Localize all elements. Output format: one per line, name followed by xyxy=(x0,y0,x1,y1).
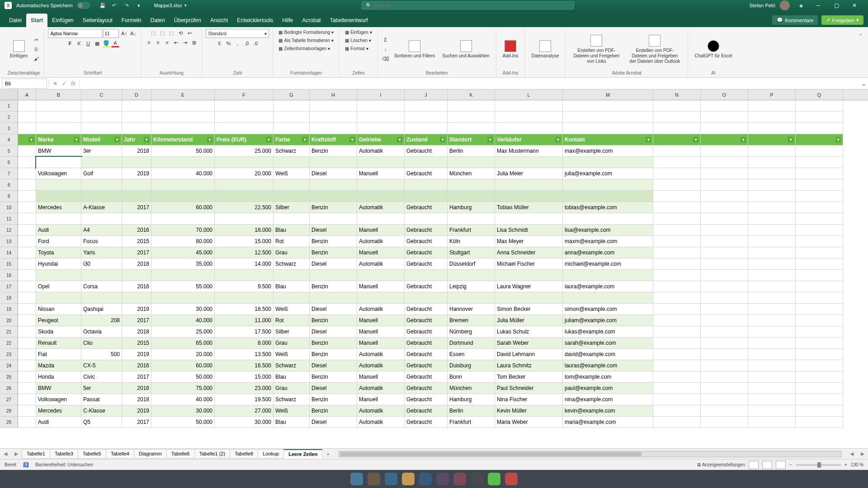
cell[interactable]: 27.000 xyxy=(215,405,274,417)
cell[interactable] xyxy=(215,270,274,281)
cell[interactable]: 22.500 xyxy=(215,202,274,213)
cell[interactable] xyxy=(796,326,843,338)
cell[interactable] xyxy=(701,123,748,134)
cell[interactable] xyxy=(357,179,405,191)
orientation-button[interactable]: ⟲ xyxy=(176,29,184,37)
pdf-share-outlook-button[interactable]: Erstellen von PDF-Dateien und Freigeben … xyxy=(625,33,684,66)
diamond-icon[interactable]: ◈ xyxy=(799,3,807,9)
cell[interactable] xyxy=(748,100,796,112)
align-middle-button[interactable]: ⬚ xyxy=(158,29,166,37)
display-settings-button[interactable]: 🖥 Anzeigeeinstellungen xyxy=(697,462,745,467)
cell[interactable] xyxy=(36,157,81,168)
cell[interactable]: 2015 xyxy=(122,338,151,349)
row-header[interactable]: 6 xyxy=(0,157,18,168)
cell[interactable]: anna@example.com xyxy=(563,247,653,258)
cell[interactable]: Berlin xyxy=(448,145,495,157)
cell[interactable]: Skoda xyxy=(36,326,81,338)
cell[interactable]: 65.000 xyxy=(151,338,215,349)
cell[interactable] xyxy=(748,405,796,417)
cell[interactable] xyxy=(310,123,357,134)
cell[interactable] xyxy=(18,315,36,326)
currency-button[interactable]: € xyxy=(215,39,223,47)
cell[interactable] xyxy=(151,191,215,202)
format-painter-button[interactable]: 🖌 xyxy=(32,55,40,63)
cell[interactable] xyxy=(796,134,843,145)
cell[interactable]: Diesel xyxy=(310,304,357,315)
cell[interactable] xyxy=(151,292,215,304)
cell[interactable] xyxy=(653,304,701,315)
cell[interactable] xyxy=(653,371,701,383)
cell[interactable]: Silber xyxy=(274,202,310,213)
page-break-view-button[interactable] xyxy=(776,461,786,469)
cell[interactable]: 2019 xyxy=(122,304,151,315)
cell[interactable] xyxy=(653,225,701,236)
cell[interactable]: 2016 xyxy=(122,225,151,236)
cell[interactable]: Manuell xyxy=(357,281,405,292)
row-header[interactable]: 17 xyxy=(0,281,18,292)
cell[interactable] xyxy=(748,258,796,270)
cell[interactable]: 2017 xyxy=(122,315,151,326)
cell[interactable]: i30 xyxy=(81,258,122,270)
find-select-button[interactable]: Suchen und Auswählen xyxy=(439,38,492,61)
cell[interactable] xyxy=(495,157,563,168)
cell[interactable] xyxy=(18,123,36,134)
cell[interactable]: CX-5 xyxy=(81,360,122,371)
cell[interactable] xyxy=(18,134,36,145)
cell[interactable]: 2017 xyxy=(122,247,151,258)
cell[interactable] xyxy=(701,394,748,405)
cell[interactable] xyxy=(701,270,748,281)
cell[interactable]: Audi xyxy=(36,417,81,428)
cell[interactable]: 45.000 xyxy=(151,247,215,258)
cell[interactable]: Gebraucht xyxy=(405,349,448,360)
cell[interactable]: laura@example.com xyxy=(563,281,653,292)
cell[interactable]: Civic xyxy=(81,371,122,383)
table-header-cell[interactable]: Getriebe xyxy=(357,134,405,145)
cell[interactable] xyxy=(563,179,653,191)
cell[interactable] xyxy=(748,236,796,247)
spreadsheet-grid[interactable]: A B C D E F G H I J K L M N O P Q 1234Ma… xyxy=(0,89,868,448)
cell[interactable] xyxy=(357,270,405,281)
cell[interactable]: Manuell xyxy=(357,338,405,349)
table-header-cell[interactable]: Standort xyxy=(448,134,495,145)
cell[interactable] xyxy=(495,100,563,112)
cell[interactable]: Diesel xyxy=(310,383,357,394)
formula-input[interactable] xyxy=(80,81,859,86)
ribbon-tab-acrobat[interactable]: Acrobat xyxy=(297,14,325,27)
cell[interactable] xyxy=(748,360,796,371)
cell[interactable]: Hannover xyxy=(448,304,495,315)
cell[interactable]: Audi xyxy=(36,225,81,236)
cell[interactable]: Weiß xyxy=(274,349,310,360)
cell[interactable]: Silber xyxy=(274,326,310,338)
cell[interactable] xyxy=(18,360,36,371)
share-button[interactable]: ↗Freigeben▾ xyxy=(821,15,863,25)
undo-icon[interactable]: ↶ xyxy=(112,3,119,9)
cell[interactable]: Kevin Müller xyxy=(495,405,563,417)
cell[interactable] xyxy=(405,123,448,134)
taskbar-icon[interactable] xyxy=(453,473,466,485)
cell[interactable] xyxy=(215,179,274,191)
taskbar-icon[interactable] xyxy=(385,473,397,485)
cell[interactable]: Volkswagen xyxy=(36,168,81,179)
cell[interactable] xyxy=(796,100,843,112)
cell[interactable] xyxy=(81,270,122,281)
cell[interactable]: 2016 xyxy=(122,281,151,292)
cell[interactable]: 18.500 xyxy=(215,304,274,315)
col-header[interactable]: C xyxy=(81,89,122,100)
cell[interactable]: Automatik xyxy=(357,417,405,428)
cell[interactable]: Diesel xyxy=(310,225,357,236)
select-all-button[interactable] xyxy=(0,89,18,100)
cell[interactable] xyxy=(701,112,748,123)
align-center-button[interactable]: ≡ xyxy=(154,38,162,47)
cell[interactable]: 12.500 xyxy=(215,247,274,258)
cell[interactable]: Bonn xyxy=(448,371,495,383)
cell[interactable] xyxy=(563,112,653,123)
cell[interactable] xyxy=(151,179,215,191)
chatgpt-button[interactable]: ChatGPT für Excel xyxy=(692,38,735,61)
ribbon-tab-tabellenentwurf[interactable]: Tabellenentwurf xyxy=(326,14,373,27)
cell[interactable]: München xyxy=(448,383,495,394)
cell[interactable] xyxy=(748,304,796,315)
format-cells-button[interactable]: ▦Format▾ xyxy=(343,45,370,52)
cell[interactable] xyxy=(18,258,36,270)
indent-decrease-button[interactable]: ⇤ xyxy=(172,38,180,47)
cell[interactable]: Simon Becker xyxy=(495,304,563,315)
